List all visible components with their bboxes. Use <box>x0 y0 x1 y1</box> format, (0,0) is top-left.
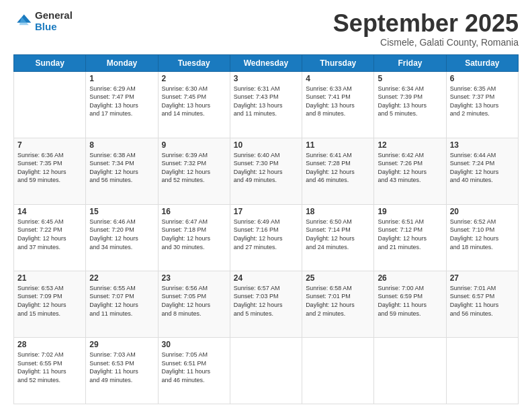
col-wednesday: Wednesday <box>230 54 302 71</box>
daylight-hours: Sunrise: 6:46 AMSunset: 7:20 PMDaylight:… <box>89 218 154 251</box>
col-sunday: Sunday <box>14 54 86 71</box>
daylight-hours: Sunrise: 6:30 AMSunset: 7:45 PMDaylight:… <box>162 85 226 118</box>
table-row: 15Sunrise: 6:46 AMSunset: 7:20 PMDayligh… <box>86 204 158 271</box>
calendar-header-row: Sunday Monday Tuesday Wednesday Thursday… <box>14 54 519 71</box>
daylight-hours: Sunrise: 6:52 AMSunset: 7:10 PMDaylight:… <box>450 218 515 251</box>
day-number: 4 <box>306 74 370 83</box>
table-row: 23Sunrise: 6:56 AMSunset: 7:05 PMDayligh… <box>158 271 230 337</box>
daylight-hours: Sunrise: 6:35 AMSunset: 7:37 PMDaylight:… <box>450 85 515 118</box>
day-number: 16 <box>162 207 226 216</box>
col-tuesday: Tuesday <box>158 54 230 71</box>
daylight-hours: Sunrise: 6:58 AMSunset: 7:01 PMDaylight:… <box>306 284 370 318</box>
table-row: 14Sunrise: 6:45 AMSunset: 7:22 PMDayligh… <box>14 204 86 271</box>
logo-text: General Blue <box>35 10 73 32</box>
day-number: 13 <box>450 140 515 150</box>
calendar-table: Sunday Monday Tuesday Wednesday Thursday… <box>13 54 519 404</box>
table-row: 21Sunrise: 6:53 AMSunset: 7:09 PMDayligh… <box>14 271 86 337</box>
table-row: 9Sunrise: 6:39 AMSunset: 7:32 PMDaylight… <box>158 138 230 204</box>
col-friday: Friday <box>374 54 446 71</box>
day-number: 24 <box>234 273 298 283</box>
logo: General Blue <box>13 10 73 32</box>
day-number: 7 <box>17 140 82 150</box>
daylight-hours: Sunrise: 7:01 AMSunset: 6:57 PMDaylight:… <box>450 284 515 318</box>
logo-blue-text: Blue <box>35 21 73 33</box>
title-block: September 2025 Cismele, Galati County, R… <box>333 10 519 48</box>
daylight-hours: Sunrise: 6:41 AMSunset: 7:28 PMDaylight:… <box>306 151 370 185</box>
daylight-hours: Sunrise: 6:53 AMSunset: 7:09 PMDaylight:… <box>17 284 82 318</box>
table-row: 28Sunrise: 7:02 AMSunset: 6:55 PMDayligh… <box>14 337 86 404</box>
table-row <box>14 71 86 138</box>
table-row: 4Sunrise: 6:33 AMSunset: 7:41 PMDaylight… <box>302 71 374 138</box>
day-number: 23 <box>162 273 226 283</box>
table-row: 10Sunrise: 6:40 AMSunset: 7:30 PMDayligh… <box>230 138 302 204</box>
week-row-5: 28Sunrise: 7:02 AMSunset: 6:55 PMDayligh… <box>14 337 519 404</box>
table-row: 5Sunrise: 6:34 AMSunset: 7:39 PMDaylight… <box>374 71 446 138</box>
daylight-hours: Sunrise: 6:34 AMSunset: 7:39 PMDaylight:… <box>378 85 442 118</box>
table-row: 12Sunrise: 6:42 AMSunset: 7:26 PMDayligh… <box>374 138 446 204</box>
day-number: 22 <box>89 273 154 283</box>
table-row: 6Sunrise: 6:35 AMSunset: 7:37 PMDaylight… <box>446 71 518 138</box>
day-number: 2 <box>162 74 226 83</box>
day-number: 10 <box>234 140 298 150</box>
table-row: 7Sunrise: 6:36 AMSunset: 7:35 PMDaylight… <box>14 138 86 204</box>
daylight-hours: Sunrise: 6:55 AMSunset: 7:07 PMDaylight:… <box>89 284 154 318</box>
table-row: 20Sunrise: 6:52 AMSunset: 7:10 PMDayligh… <box>446 204 518 271</box>
table-row <box>446 337 518 404</box>
table-row: 17Sunrise: 6:49 AMSunset: 7:16 PMDayligh… <box>230 204 302 271</box>
day-number: 30 <box>162 340 226 349</box>
daylight-hours: Sunrise: 7:02 AMSunset: 6:55 PMDaylight:… <box>17 351 82 384</box>
daylight-hours: Sunrise: 6:45 AMSunset: 7:22 PMDaylight:… <box>17 218 82 251</box>
day-number: 15 <box>89 207 154 216</box>
day-number: 28 <box>17 340 82 349</box>
daylight-hours: Sunrise: 6:36 AMSunset: 7:35 PMDaylight:… <box>17 151 82 185</box>
day-number: 1 <box>89 74 154 83</box>
day-number: 29 <box>89 340 154 349</box>
daylight-hours: Sunrise: 6:44 AMSunset: 7:24 PMDaylight:… <box>450 151 515 185</box>
table-row: 16Sunrise: 6:47 AMSunset: 7:18 PMDayligh… <box>158 204 230 271</box>
daylight-hours: Sunrise: 6:49 AMSunset: 7:16 PMDaylight:… <box>234 218 298 251</box>
daylight-hours: Sunrise: 6:31 AMSunset: 7:43 PMDaylight:… <box>234 85 298 118</box>
location-subtitle: Cismele, Galati County, Romania <box>333 37 519 48</box>
day-number: 25 <box>306 273 370 283</box>
daylight-hours: Sunrise: 6:42 AMSunset: 7:26 PMDaylight:… <box>378 151 442 185</box>
day-number: 14 <box>17 207 82 216</box>
daylight-hours: Sunrise: 6:40 AMSunset: 7:30 PMDaylight:… <box>234 151 298 185</box>
daylight-hours: Sunrise: 6:51 AMSunset: 7:12 PMDaylight:… <box>378 218 442 251</box>
daylight-hours: Sunrise: 6:29 AMSunset: 7:47 PMDaylight:… <box>89 85 154 118</box>
table-row: 25Sunrise: 6:58 AMSunset: 7:01 PMDayligh… <box>302 271 374 337</box>
table-row: 29Sunrise: 7:03 AMSunset: 6:53 PMDayligh… <box>86 337 158 404</box>
day-number: 21 <box>17 273 82 283</box>
day-number: 20 <box>450 207 515 216</box>
table-row <box>374 337 446 404</box>
daylight-hours: Sunrise: 7:03 AMSunset: 6:53 PMDaylight:… <box>89 351 154 384</box>
table-row: 2Sunrise: 6:30 AMSunset: 7:45 PMDaylight… <box>158 71 230 138</box>
table-row: 3Sunrise: 6:31 AMSunset: 7:43 PMDaylight… <box>230 71 302 138</box>
day-number: 6 <box>450 74 515 83</box>
page: General Blue September 2025 Cismele, Gal… <box>0 0 532 411</box>
table-row: 26Sunrise: 7:00 AMSunset: 6:59 PMDayligh… <box>374 271 446 337</box>
day-number: 12 <box>378 140 442 150</box>
day-number: 17 <box>234 207 298 216</box>
day-number: 26 <box>378 273 442 283</box>
table-row: 19Sunrise: 6:51 AMSunset: 7:12 PMDayligh… <box>374 204 446 271</box>
col-thursday: Thursday <box>302 54 374 71</box>
day-number: 18 <box>306 207 370 216</box>
daylight-hours: Sunrise: 6:56 AMSunset: 7:05 PMDaylight:… <box>162 284 226 318</box>
daylight-hours: Sunrise: 6:47 AMSunset: 7:18 PMDaylight:… <box>162 218 226 251</box>
daylight-hours: Sunrise: 6:39 AMSunset: 7:32 PMDaylight:… <box>162 151 226 185</box>
col-saturday: Saturday <box>446 54 518 71</box>
table-row: 11Sunrise: 6:41 AMSunset: 7:28 PMDayligh… <box>302 138 374 204</box>
table-row <box>302 337 374 404</box>
table-row: 27Sunrise: 7:01 AMSunset: 6:57 PMDayligh… <box>446 271 518 337</box>
daylight-hours: Sunrise: 6:33 AMSunset: 7:41 PMDaylight:… <box>306 85 370 118</box>
daylight-hours: Sunrise: 7:05 AMSunset: 6:51 PMDaylight:… <box>162 351 226 384</box>
table-row: 13Sunrise: 6:44 AMSunset: 7:24 PMDayligh… <box>446 138 518 204</box>
table-row: 1Sunrise: 6:29 AMSunset: 7:47 PMDaylight… <box>86 71 158 138</box>
logo-icon <box>13 12 32 31</box>
day-number: 8 <box>89 140 154 150</box>
week-row-1: 1Sunrise: 6:29 AMSunset: 7:47 PMDaylight… <box>14 71 519 138</box>
daylight-hours: Sunrise: 7:00 AMSunset: 6:59 PMDaylight:… <box>378 284 442 318</box>
day-number: 5 <box>378 74 442 83</box>
day-number: 27 <box>450 273 515 283</box>
daylight-hours: Sunrise: 6:38 AMSunset: 7:34 PMDaylight:… <box>89 151 154 185</box>
